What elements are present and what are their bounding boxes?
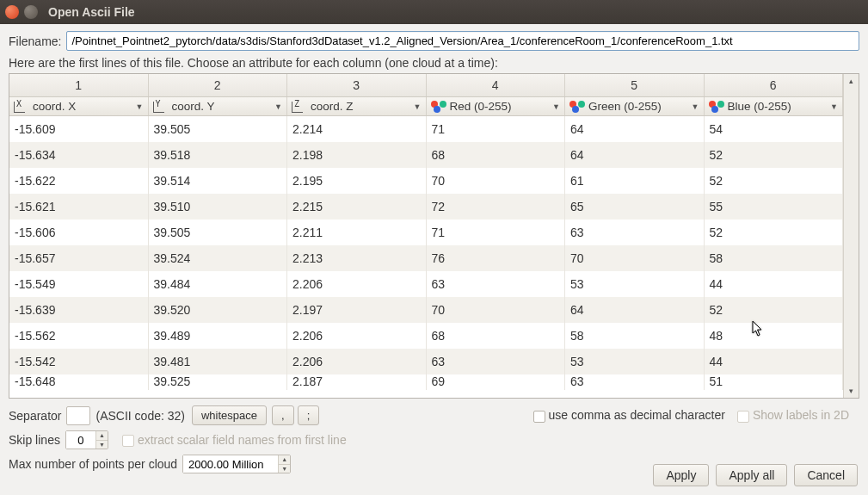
table-cell: 52 <box>705 297 844 323</box>
column-header-4[interactable]: 4 <box>427 74 566 96</box>
table-cell: 2.206 <box>287 349 427 374</box>
column-type-dropdown-3[interactable]: Zcoord. Z▼ <box>287 97 427 115</box>
column-header-1[interactable]: 1 <box>9 74 149 96</box>
table-row: -15.56239.4892.206685848 <box>9 323 843 349</box>
table-cell: 71 <box>427 116 566 142</box>
table-cell: 68 <box>427 142 566 168</box>
chevron-down-icon: ▼ <box>552 102 560 111</box>
table-cell: -15.562 <box>9 323 149 349</box>
table-cell: 39.514 <box>149 168 288 194</box>
table-cell: -15.639 <box>9 297 149 323</box>
axis-z-icon: Z <box>292 101 307 112</box>
column-type-dropdown-1[interactable]: Xcoord. X▼ <box>9 97 149 115</box>
chevron-down-icon: ▼ <box>414 102 422 111</box>
column-type-dropdown-2[interactable]: Ycoord. Y▼ <box>149 97 288 115</box>
table-cell: -15.648 <box>9 374 149 390</box>
table-cell: 2.187 <box>287 374 427 390</box>
column-type-dropdown-6[interactable]: Blue (0-255)▼ <box>705 97 844 115</box>
table-cell: 39.484 <box>149 271 288 297</box>
cancel-button[interactable]: Cancel <box>794 464 858 486</box>
column-header-3[interactable]: 3 <box>287 74 427 96</box>
max-points-value[interactable] <box>183 455 278 473</box>
scroll-down-icon[interactable]: ▾ <box>844 384 859 398</box>
column-type-dropdown-5[interactable]: Green (0-255)▼ <box>565 97 705 115</box>
max-points-label: Max number of points per cloud <box>9 457 177 471</box>
chevron-down-icon: ▼ <box>692 102 699 111</box>
chevron-down-icon: ▼ <box>274 102 282 111</box>
chevron-down-icon: ▼ <box>136 102 144 111</box>
skip-lines-spinner[interactable]: ▲ ▼ <box>65 430 108 449</box>
spinner-down-icon[interactable]: ▼ <box>279 465 290 473</box>
table-cell: 44 <box>705 349 844 374</box>
table-row: -15.54239.4812.206635344 <box>9 349 843 374</box>
table-cell: 2.206 <box>287 323 427 349</box>
table-row: -15.62139.5102.215726555 <box>9 194 843 220</box>
separator-comma-button[interactable]: , <box>272 405 294 425</box>
scroll-up-icon[interactable]: ▴ <box>844 74 859 88</box>
table-cell: -15.621 <box>9 194 149 220</box>
table-row: -15.54939.4842.206635344 <box>9 271 843 297</box>
table-cell: 39.505 <box>149 220 288 245</box>
skip-lines-label: Skip lines <box>9 433 60 447</box>
table-cell: 63 <box>427 349 566 374</box>
column-type-dropdown-4[interactable]: Red (0-255)▼ <box>427 97 566 115</box>
chevron-down-icon: ▼ <box>830 102 838 111</box>
table-cell: 71 <box>427 220 566 245</box>
table-cell: 39.489 <box>149 323 288 349</box>
table-cell: -15.542 <box>9 349 149 374</box>
apply-button[interactable]: Apply <box>653 464 709 486</box>
table-cell: 76 <box>427 245 566 271</box>
table-cell: 52 <box>705 142 844 168</box>
extract-scalar-names-checkbox: extract scalar field names from first li… <box>122 433 347 447</box>
column-header-2[interactable]: 2 <box>149 74 288 96</box>
max-points-spinner[interactable]: ▲ ▼ <box>182 455 291 473</box>
table-cell: -15.634 <box>9 142 149 168</box>
filename-input[interactable] <box>66 31 859 51</box>
table-cell: 39.520 <box>149 297 288 323</box>
window-minimize-icon[interactable] <box>24 5 38 19</box>
table-cell: 70 <box>427 168 566 194</box>
table-cell: 63 <box>565 220 705 245</box>
table-cell: 72 <box>427 194 566 220</box>
table-cell: -15.622 <box>9 168 149 194</box>
table-cell: 52 <box>705 168 844 194</box>
skip-lines-value[interactable] <box>66 431 95 449</box>
table-cell: 52 <box>705 220 844 245</box>
table-cell: 70 <box>565 245 705 271</box>
rgb-icon <box>431 101 446 113</box>
dropdown-label: coord. Y <box>172 100 275 113</box>
column-header-5[interactable]: 5 <box>565 74 705 96</box>
table-cell: 39.505 <box>149 116 288 142</box>
table-cell: 63 <box>427 271 566 297</box>
table-cell: 61 <box>565 168 705 194</box>
column-header-6[interactable]: 6 <box>705 74 844 96</box>
table-cell: 69 <box>427 374 566 390</box>
table-cell: 64 <box>565 116 705 142</box>
dropdown-label: Green (0-255) <box>588 100 692 113</box>
show-labels-2d-checkbox: Show labels in 2D <box>737 408 849 422</box>
spinner-up-icon[interactable]: ▲ <box>96 431 108 441</box>
table-scrollbar[interactable]: ▴ ▾ <box>843 74 859 398</box>
window-close-icon[interactable] <box>5 5 19 19</box>
separator-label: Separator <box>9 409 61 423</box>
separator-semicolon-button[interactable]: ; <box>298 405 320 425</box>
spinner-up-icon[interactable]: ▲ <box>279 455 290 465</box>
axis-y-icon: Y <box>153 101 169 112</box>
instruction-text: Here are the first lines of this file. C… <box>9 56 859 70</box>
comma-decimal-checkbox[interactable]: use comma as decimal character <box>533 408 725 422</box>
table-cell: 64 <box>565 297 705 323</box>
separator-whitespace-button[interactable]: whitespace <box>192 405 267 425</box>
table-cell: 54 <box>705 116 844 142</box>
table-row: -15.63939.5202.197706452 <box>9 297 843 323</box>
table-cell: 64 <box>565 142 705 168</box>
separator-input[interactable] <box>66 406 90 425</box>
table-cell: 39.525 <box>149 374 288 390</box>
apply-all-button[interactable]: Apply all <box>716 464 787 486</box>
axis-x-icon: X <box>14 101 29 112</box>
table-cell: 39.481 <box>149 349 288 374</box>
table-cell: 48 <box>705 323 844 349</box>
table-cell: 2.213 <box>287 245 427 271</box>
spinner-down-icon[interactable]: ▼ <box>96 441 108 449</box>
table-cell: 51 <box>705 374 844 390</box>
table-cell: 53 <box>565 271 705 297</box>
